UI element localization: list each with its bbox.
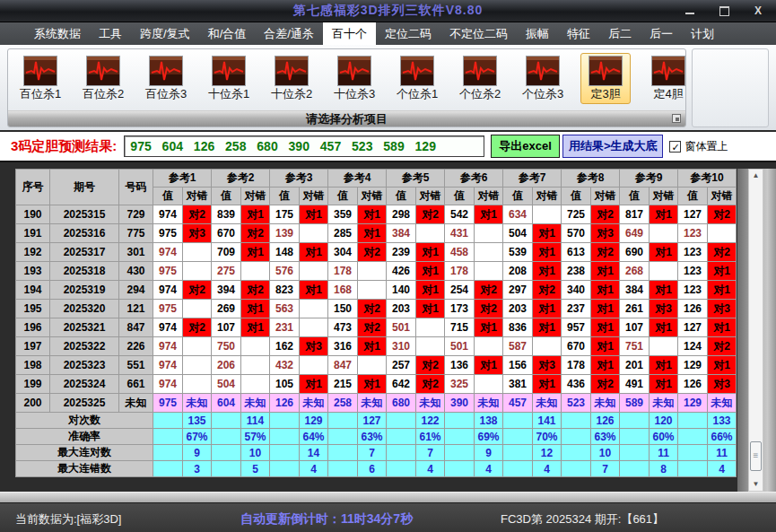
cell-judge[interactable]: 对3 <box>650 300 678 318</box>
cell-meta[interactable]: 301 <box>119 243 153 262</box>
cell-value[interactable]: 123 <box>678 243 708 262</box>
cell-meta[interactable]: 2025317 <box>50 243 119 262</box>
summary-value-cell[interactable]: 135 <box>183 413 212 429</box>
cell-value[interactable]: 316 <box>328 337 358 356</box>
cell-value[interactable]: 817 <box>620 205 650 224</box>
cell-judge[interactable]: 对1 <box>416 243 445 262</box>
cell-judge[interactable]: 对1 <box>533 300 562 318</box>
cell-judge[interactable]: 对1 <box>475 205 503 224</box>
cell-judge[interactable] <box>650 224 678 243</box>
ribbon-button-10[interactable]: 定4胆 <box>643 53 686 104</box>
summary-blank-cell[interactable] <box>328 445 358 461</box>
cell-judge[interactable]: 对1 <box>300 375 328 394</box>
cell-judge[interactable] <box>475 337 503 356</box>
cell-judge[interactable]: 对1 <box>708 262 737 281</box>
summary-value-cell[interactable]: 3 <box>183 461 212 477</box>
cell-value[interactable]: 269 <box>212 300 241 318</box>
cell-value[interactable]: 304 <box>328 243 358 262</box>
summary-value-cell[interactable]: 7 <box>416 445 445 461</box>
cell-value[interactable]: 178 <box>445 262 475 281</box>
cell-judge[interactable] <box>416 337 445 356</box>
cell-value[interactable]: 523 <box>562 394 591 413</box>
summary-blank-cell[interactable] <box>153 445 183 461</box>
cell-judge[interactable]: 对1 <box>650 243 678 262</box>
cell-meta[interactable]: 197 <box>16 337 50 356</box>
cell-judge[interactable]: 对2 <box>475 300 503 318</box>
cell-value[interactable]: 206 <box>212 356 241 375</box>
cell-value[interactable]: 238 <box>562 262 591 281</box>
vertical-scrollbar[interactable]: ▲ ▼ <box>748 169 763 492</box>
summary-value-cell[interactable]: 57% <box>241 429 270 445</box>
cell-value[interactable]: 231 <box>270 318 300 337</box>
cell-judge[interactable]: 对2 <box>708 337 737 356</box>
summary-blank-cell[interactable] <box>620 461 650 477</box>
cell-value[interactable]: 203 <box>387 300 416 318</box>
cell-judge[interactable] <box>300 318 328 337</box>
cell-value[interactable]: 123 <box>678 262 708 281</box>
cell-judge[interactable] <box>300 224 328 243</box>
cell-value[interactable]: 175 <box>270 205 300 224</box>
cell-judge[interactable] <box>241 262 270 281</box>
ribbon-button-8[interactable]: 个位杀3 <box>518 53 568 104</box>
cell-value[interactable]: 123 <box>678 281 708 300</box>
cell-meta[interactable]: 2025323 <box>50 356 119 375</box>
cell-value[interactable]: 203 <box>503 300 533 318</box>
cell-value[interactable]: 690 <box>620 243 650 262</box>
summary-blank-cell[interactable] <box>445 461 475 477</box>
menu-item-7[interactable]: 不定位二码 <box>440 22 517 45</box>
cell-judge[interactable]: 未知 <box>708 394 737 413</box>
summary-value-cell[interactable]: 10 <box>241 445 270 461</box>
cell-judge[interactable]: 对1 <box>300 281 328 300</box>
cell-value[interactable]: 974 <box>153 375 183 394</box>
cell-judge[interactable] <box>533 337 562 356</box>
cell-judge[interactable]: 对2 <box>358 243 387 262</box>
cell-value[interactable]: 715 <box>445 318 475 337</box>
ribbon-button-2[interactable]: 百位杀3 <box>141 53 191 104</box>
cell-judge[interactable] <box>475 375 503 394</box>
cell-judge[interactable]: 未知 <box>358 394 387 413</box>
summary-value-cell[interactable]: 7 <box>591 461 620 477</box>
cell-judge[interactable]: 未知 <box>533 394 562 413</box>
cell-judge[interactable] <box>241 337 270 356</box>
cell-judge[interactable]: 对1 <box>358 337 387 356</box>
summary-value-cell[interactable]: 5 <box>241 461 270 477</box>
cell-value[interactable]: 215 <box>328 375 358 394</box>
scroll-down-icon[interactable]: ▼ <box>749 478 763 491</box>
cell-judge[interactable]: 对1 <box>416 281 445 300</box>
summary-blank-cell[interactable] <box>212 429 241 445</box>
summary-value-cell[interactable]: 67% <box>183 429 212 445</box>
summary-blank-cell[interactable] <box>153 429 183 445</box>
cell-value[interactable]: 458 <box>445 243 475 262</box>
summary-blank-cell[interactable] <box>387 413 416 429</box>
cell-value[interactable]: 680 <box>387 394 416 413</box>
restore-button[interactable] <box>719 5 729 16</box>
cell-value[interactable]: 542 <box>445 205 475 224</box>
summary-blank-cell[interactable] <box>503 429 533 445</box>
cell-value[interactable]: 136 <box>445 356 475 375</box>
cell-value[interactable]: 709 <box>212 243 241 262</box>
cell-value[interactable]: 384 <box>620 281 650 300</box>
cell-judge[interactable] <box>358 281 387 300</box>
cell-value[interactable]: 129 <box>678 394 708 413</box>
ribbon-button-5[interactable]: 十位杀3 <box>329 53 379 104</box>
cell-value[interactable]: 504 <box>212 375 241 394</box>
cell-judge[interactable]: 对1 <box>300 205 328 224</box>
cell-meta[interactable]: 198 <box>16 356 50 375</box>
cell-value[interactable]: 642 <box>387 375 416 394</box>
cell-value[interactable]: 127 <box>678 205 708 224</box>
summary-blank-cell[interactable] <box>678 413 708 429</box>
cell-value[interactable]: 310 <box>387 337 416 356</box>
cell-judge[interactable]: 对2 <box>475 281 503 300</box>
summary-value-cell[interactable]: 61% <box>416 429 445 445</box>
generate-pool-button[interactable]: 用结果>生成大底 <box>562 135 664 158</box>
summary-value-cell[interactable]: 4 <box>533 461 562 477</box>
cell-meta[interactable]: 190 <box>16 205 50 224</box>
cell-judge[interactable] <box>183 243 212 262</box>
cell-value[interactable]: 150 <box>328 300 358 318</box>
ribbon-button-7[interactable]: 个位杀2 <box>455 53 505 104</box>
cell-judge[interactable]: 对1 <box>591 281 620 300</box>
cell-judge[interactable] <box>183 356 212 375</box>
cell-value[interactable]: 261 <box>620 300 650 318</box>
cell-meta[interactable]: 196 <box>16 318 50 337</box>
summary-blank-cell[interactable] <box>562 445 591 461</box>
